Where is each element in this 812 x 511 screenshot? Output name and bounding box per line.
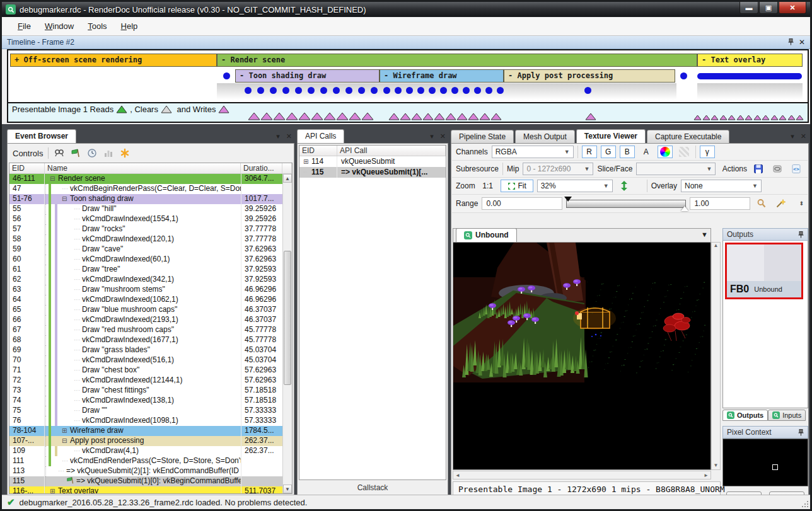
mip-dropdown[interactable]: 0 - 1272x690▼ [523,163,593,175]
alpha-background-button[interactable] [676,146,692,158]
event-browser-scrollbar[interactable]: ▲ ▼ [282,174,292,493]
timeline-event-dot[interactable] [417,87,424,94]
tab-outputs[interactable]: Outputs [722,410,768,421]
tab-inputs[interactable]: Inputs [768,410,806,421]
event-row[interactable]: 78-104⊞Wireframe draw1784.5... [9,426,282,436]
pin-icon[interactable] [798,231,804,238]
custom-action-icon[interactable] [119,147,130,159]
pixel-context-view[interactable] [722,439,808,486]
event-row[interactable]: 107-...⊟Apply post processing262.37... [9,436,282,446]
event-row[interactable]: 109···vkCmdDraw(4,1)262.37... [9,446,282,456]
table-header[interactable]: EID API Call [299,146,446,156]
timeline-bar[interactable]: - Text overlay [697,54,803,67]
event-row[interactable]: 64···vkCmdDrawIndexed(1062,1)46.96296 [9,295,282,305]
texture-horizontal-scrollbar[interactable]: ◄► [453,471,711,479]
alpha-channel-button[interactable]: A [639,146,654,158]
timeline-event-dot[interactable] [358,87,365,94]
close-icon[interactable]: ✕ [801,132,806,141]
timeline-dense-events-bar[interactable] [697,73,802,79]
timeline-event-dot[interactable] [395,87,402,94]
event-row[interactable]: 73···Draw "chest fittings"57.18518 [9,386,282,396]
timeline-event-dot[interactable] [584,87,591,94]
timeline-bar[interactable]: - Render scene [217,54,697,67]
range-white-handle[interactable] [681,206,688,211]
event-row[interactable]: 68···vkCmdDrawIndexed(1677,1)45.77778 [9,335,282,345]
tab-capture-executable[interactable]: Capture Executable [647,130,729,143]
event-row[interactable]: 111···vkCmdEndRenderPass(C=Store, D=Stor… [9,456,282,466]
event-row[interactable]: 59···Draw "cave"37.62963 [9,244,282,255]
timeline-event-dot[interactable] [257,87,264,94]
channels-dropdown[interactable]: RGBA▼ [492,146,574,158]
event-row[interactable]: 66···vkCmdDrawIndexed(2193,1)46.37037 [9,315,282,325]
timeline-bar[interactable]: - Apply post processing [504,69,675,83]
bookmark-flag-icon[interactable] [70,147,81,159]
event-row[interactable]: 65···Draw "blue mushroom caps"46.37037 [9,305,282,315]
panel-menu-icon[interactable]: ▾ [791,132,794,141]
texture-display[interactable] [453,242,711,470]
timeline-event-dot[interactable] [320,87,327,94]
timeline-event-dot[interactable] [451,87,458,94]
event-row[interactable]: 58···vkCmdDrawIndexed(120,1)37.77778 [9,234,282,244]
timeline-event-dot[interactable] [371,87,378,94]
code-icon[interactable]: <> [789,163,804,175]
timeline-event-dot[interactable] [497,87,504,94]
panel-menu-icon[interactable]: ▾ [430,132,434,141]
timeline-event-dot[interactable] [295,87,302,94]
flip-vertical-icon[interactable] [617,180,632,192]
zoom-level-dropdown[interactable]: 32%▼ [537,180,613,192]
range-slider[interactable] [566,200,686,208]
autofit-magnifier-icon[interactable] [754,197,769,210]
timeline-event-dot[interactable] [282,87,289,94]
zoom-1to1-button[interactable]: 1:1 [479,180,497,192]
scroll-down-icon[interactable]: ▼ [283,485,292,493]
timeline-header[interactable]: Timeline - Frame #2 ✕ [2,36,810,49]
event-row[interactable]: 75···Draw ""57.33333 [9,406,282,416]
event-row[interactable]: 47···vkCmdBeginRenderPass(C=Clear, D=Cle… [9,184,282,194]
event-row[interactable]: 57···Draw "rocks"37.77778 [9,224,282,234]
tab-texture-viewer[interactable]: Texture Viewer [576,129,646,143]
green-channel-button[interactable]: G [601,146,616,158]
timeline-bar[interactable]: - Toon shading draw [235,69,380,83]
timeline-event-dot[interactable] [333,87,340,94]
maximize-button[interactable]: ▣ [759,2,778,14]
gamma-button[interactable]: γ [700,146,715,158]
timeline-event-dot[interactable] [308,87,315,94]
event-row[interactable]: 72···vkCmdDrawIndexed(12144,1)57.62963 [9,376,282,386]
timeline-event-dot[interactable] [474,87,481,94]
scroll-up-icon[interactable]: ▲ [283,174,292,183]
timeline-bar[interactable]: - Wireframe draw [380,69,504,83]
overlay-dropdown[interactable]: None▼ [681,180,762,192]
callstack-label[interactable]: Callstack [299,481,446,494]
range-max-input[interactable]: 1.00 [690,197,750,210]
event-row[interactable]: 67···Draw "red mushroom caps"45.77778 [9,325,282,335]
timeline-event-dot[interactable] [463,87,470,94]
toolbar-overflow-icon[interactable]: ⬍ [799,200,804,207]
red-channel-button[interactable]: R [582,146,597,158]
timeline-event-dot[interactable] [345,87,352,94]
open-link-icon[interactable] [770,163,785,175]
close-icon[interactable]: ✕ [286,132,292,141]
range-min-input[interactable]: 0.00 [482,197,562,210]
tab-api-calls[interactable]: API Calls [297,129,344,143]
event-row[interactable]: 51-76⊟Toon shading draw1017.7... [9,194,282,204]
timeline-event-dot[interactable] [383,87,390,94]
panel-menu-icon[interactable]: ▾ [276,132,280,141]
find-icon[interactable] [54,147,65,159]
event-row[interactable]: 55···Draw "hill"39.25926 [9,204,282,214]
color-wheel-button[interactable] [658,146,673,158]
timeline-bar[interactable]: + Off-screen scene rendering [10,54,217,67]
timeline-canvas[interactable]: + Off-screen scene rendering- Render sce… [7,49,809,123]
menu-window[interactable]: Window [38,19,81,33]
event-row[interactable]: 56···vkCmdDrawIndexed(1554,1)39.25926 [9,214,282,224]
event-row[interactable]: 46-111⊟Render scene3064.7... [9,174,282,184]
timeline-event-dot[interactable] [270,87,277,94]
tab-mesh-output[interactable]: Mesh Output [515,130,575,143]
event-row[interactable]: 76···vkCmdDrawIndexed(1098,1)57.33333 [9,416,282,426]
event-row[interactable]: 63···Draw "mushroom stems"46.96296 [9,285,282,295]
event-row[interactable]: 61···Draw "tree"37.92593 [9,265,282,275]
pin-icon[interactable] [798,429,804,436]
texture-vertical-scrollbar[interactable]: ▲ ▼ [711,242,721,470]
time-icon[interactable] [86,147,98,159]
blue-channel-button[interactable]: B [620,146,635,158]
timeline-event-dot[interactable] [245,87,252,94]
